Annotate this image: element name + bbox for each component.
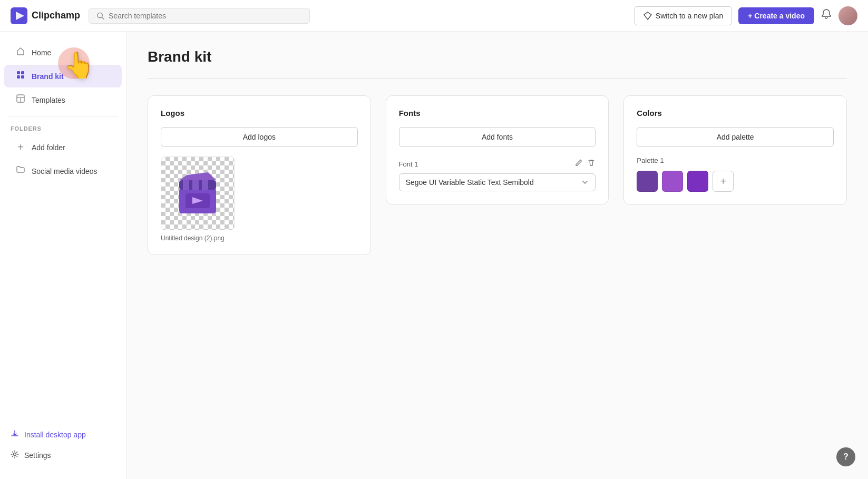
sidebar-nav: Home Brand kit bbox=[0, 40, 126, 419]
svg-rect-16 bbox=[192, 180, 199, 190]
search-icon bbox=[96, 12, 104, 20]
sidebar-brand-kit-label: Brand kit bbox=[32, 72, 64, 81]
folder-icon bbox=[15, 165, 26, 177]
app-layout: Home Brand kit bbox=[0, 32, 868, 479]
color-swatches: + bbox=[637, 171, 834, 192]
sidebar-folders-label: FOLDERS bbox=[0, 122, 126, 135]
color-swatch-3[interactable] bbox=[687, 171, 708, 192]
user-avatar[interactable] bbox=[838, 6, 857, 25]
svg-marker-18 bbox=[179, 172, 216, 180]
create-video-button[interactable]: + Create a video bbox=[738, 7, 814, 24]
add-folder-icon: + bbox=[15, 141, 26, 153]
topbar: Clipchamp Switch to a new plan + Create … bbox=[0, 0, 868, 32]
diamond-icon bbox=[643, 11, 652, 21]
brand-kit-icon bbox=[15, 70, 26, 82]
palette-header: Palette 1 bbox=[637, 157, 834, 164]
fonts-card: Fonts Add fonts Font 1 bbox=[386, 95, 609, 204]
create-video-label: + Create a video bbox=[748, 12, 805, 20]
palette-section: Palette 1 + bbox=[637, 157, 834, 192]
logo-image bbox=[174, 170, 221, 217]
add-logos-button[interactable]: Add logos bbox=[161, 127, 358, 147]
logo-filename: Untitled design (2).png bbox=[161, 234, 225, 242]
sidebar: Home Brand kit bbox=[0, 32, 126, 479]
main-content: Brand kit Logos Add logos bbox=[126, 32, 868, 479]
sidebar-social-media-label: Social media videos bbox=[32, 167, 97, 175]
svg-rect-17 bbox=[202, 180, 208, 190]
colors-card: Colors Add palette Palette 1 + bbox=[623, 95, 847, 205]
content-divider bbox=[148, 78, 847, 79]
add-fonts-button[interactable]: Add fonts bbox=[399, 127, 596, 147]
sidebar-templates-label: Templates bbox=[32, 96, 65, 104]
bell-icon bbox=[821, 8, 832, 20]
search-input[interactable] bbox=[109, 12, 302, 20]
sidebar-item-add-folder[interactable]: + Add folder bbox=[4, 136, 122, 159]
colors-card-title: Colors bbox=[637, 109, 834, 118]
svg-rect-7 bbox=[17, 75, 20, 79]
font-item-header: Font 1 bbox=[399, 159, 596, 169]
font-item-label: Font 1 bbox=[399, 160, 418, 168]
switch-plan-label: Switch to a new plan bbox=[656, 12, 723, 20]
app-name: Clipchamp bbox=[32, 10, 80, 21]
svg-rect-5 bbox=[17, 71, 20, 74]
help-button[interactable]: ? bbox=[836, 447, 855, 466]
add-palette-button[interactable]: Add palette bbox=[637, 127, 834, 147]
notifications-button[interactable] bbox=[821, 8, 832, 23]
sidebar-bottom: Install desktop app Settings bbox=[0, 419, 126, 471]
sidebar-divider bbox=[8, 116, 118, 117]
color-swatch-2[interactable] bbox=[662, 171, 683, 192]
add-color-button[interactable]: + bbox=[713, 171, 734, 192]
sidebar-home-label: Home bbox=[32, 48, 51, 57]
color-swatch-1[interactable] bbox=[637, 171, 658, 192]
edit-icon bbox=[574, 159, 583, 167]
sidebar-item-social-media-videos[interactable]: Social media videos bbox=[4, 160, 122, 182]
fonts-card-title: Fonts bbox=[399, 109, 596, 118]
font-item-actions bbox=[574, 159, 596, 169]
palette-label: Palette 1 bbox=[637, 157, 664, 164]
sidebar-item-home[interactable]: Home bbox=[4, 41, 122, 64]
topbar-right: Switch to a new plan + Create a video bbox=[634, 6, 857, 25]
edit-font-button[interactable] bbox=[574, 159, 583, 169]
sidebar-settings-label: Settings bbox=[24, 451, 51, 460]
chevron-down-icon bbox=[581, 179, 589, 186]
logos-card: Logos Add logos bbox=[148, 95, 371, 255]
svg-marker-4 bbox=[644, 12, 651, 19]
topbar-left: Clipchamp bbox=[11, 7, 310, 24]
font-selector[interactable]: Segoe UI Variable Static Text Semibold bbox=[399, 173, 596, 191]
switch-plan-button[interactable]: Switch to a new plan bbox=[634, 6, 732, 25]
brand-kit-cards-row: Logos Add logos bbox=[148, 95, 847, 255]
logos-card-title: Logos bbox=[161, 109, 358, 118]
sidebar-item-templates[interactable]: Templates bbox=[4, 89, 122, 111]
search-bar bbox=[89, 8, 310, 24]
settings-icon bbox=[11, 450, 19, 460]
home-icon bbox=[15, 46, 26, 58]
sidebar-add-folder-label: Add folder bbox=[32, 143, 65, 152]
download-icon bbox=[11, 429, 19, 439]
sidebar-install-app[interactable]: Install desktop app bbox=[0, 424, 126, 445]
delete-font-button[interactable] bbox=[587, 159, 596, 169]
sidebar-settings[interactable]: Settings bbox=[0, 445, 126, 465]
logo-preview-area: Untitled design (2).png bbox=[161, 157, 358, 242]
templates-icon bbox=[15, 94, 26, 106]
svg-rect-8 bbox=[21, 75, 24, 79]
trash-icon bbox=[587, 159, 596, 167]
sidebar-install-app-label: Install desktop app bbox=[24, 431, 86, 439]
logo-icon bbox=[11, 7, 27, 24]
page-title: Brand kit bbox=[148, 48, 847, 65]
svg-point-12 bbox=[14, 453, 16, 456]
svg-line-3 bbox=[102, 17, 104, 19]
svg-rect-6 bbox=[21, 71, 24, 74]
sidebar-item-brand-kit[interactable]: Brand kit bbox=[4, 65, 122, 87]
font-item-1: Font 1 bbox=[399, 159, 596, 191]
font-value: Segoe UI Variable Static Text Semibold bbox=[406, 178, 534, 187]
logo-thumbnail bbox=[161, 157, 235, 230]
svg-rect-15 bbox=[183, 180, 189, 190]
app-logo[interactable]: Clipchamp bbox=[11, 7, 80, 24]
